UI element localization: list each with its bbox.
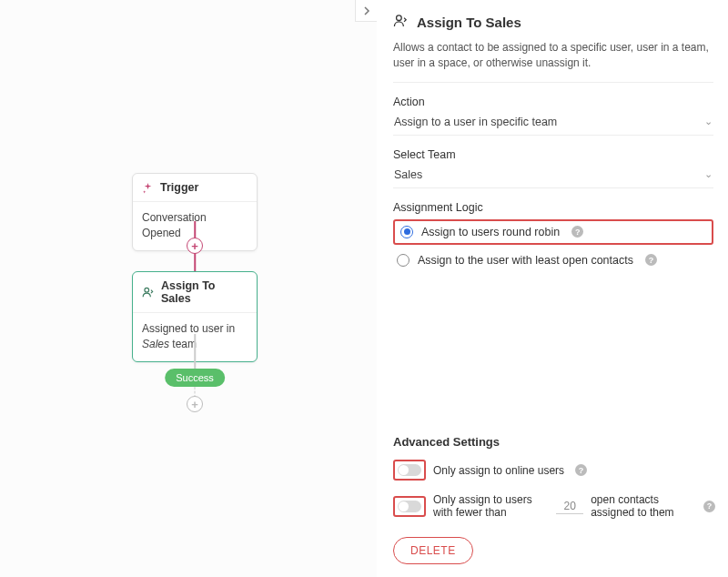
help-icon[interactable]: ? — [703, 501, 715, 512]
sparkle-icon — [142, 182, 154, 194]
radio-round-robin[interactable]: Assign to users round robin ? — [393, 219, 713, 245]
radio-round-robin-label: Assign to users round robin — [421, 226, 560, 238]
assignment-logic-label: Assignment Logic — [393, 201, 713, 214]
highlight-box — [393, 496, 426, 517]
add-step-button[interactable]: + — [187, 238, 203, 254]
connector — [194, 221, 196, 239]
advanced-title: Advanced Settings — [393, 435, 715, 449]
user-assign-icon — [142, 286, 155, 299]
panel-description: Allows a contact to be assigned to a spe… — [393, 40, 713, 83]
chevron-right-icon — [362, 4, 371, 18]
success-badge: Success — [165, 369, 225, 387]
collapse-panel-button[interactable] — [355, 0, 377, 22]
action-select[interactable]: Assign to a user in specific team ⌄ — [393, 114, 713, 136]
team-select[interactable]: Sales ⌄ — [393, 167, 713, 188]
radio-least-contacts[interactable]: Assign to the user with least open conta… — [393, 248, 713, 272]
delete-button[interactable]: DELETE — [393, 537, 473, 564]
connector — [194, 334, 196, 369]
toggle-online-users[interactable] — [398, 464, 421, 476]
toggle-fewer-suffix: open contacts assigned to them — [591, 493, 693, 519]
panel-title: Assign To Sales — [417, 15, 521, 30]
fewer-contacts-input[interactable] — [556, 499, 583, 514]
chevron-down-icon: ⌄ — [704, 168, 713, 180]
action-value: Assign to a user in specific team — [394, 116, 557, 128]
connector — [194, 253, 196, 271]
toggle-fewer-contacts[interactable] — [398, 501, 421, 512]
toggle-fewer-prefix: Only assign to users with fewer than — [433, 493, 549, 519]
radio-least-contacts-label: Assign to the user with least open conta… — [418, 254, 633, 267]
advanced-settings: Advanced Settings Only assign to online … — [393, 435, 715, 564]
node-trigger-title: Trigger — [160, 181, 198, 194]
help-icon[interactable]: ? — [645, 254, 657, 266]
team-value: Sales — [394, 168, 422, 181]
user-assign-icon — [393, 13, 409, 31]
toggle-online-users-label: Only assign to online users — [433, 464, 564, 477]
workflow-canvas[interactable]: Trigger Conversation Opened + Assign To … — [0, 0, 377, 577]
radio-indicator — [397, 254, 410, 267]
team-label: Select Team — [393, 148, 713, 161]
action-label: Action — [393, 96, 713, 108]
radio-indicator — [400, 226, 413, 238]
highlight-box — [393, 460, 426, 481]
chevron-down-icon: ⌄ — [704, 116, 713, 127]
svg-point-0 — [145, 288, 149, 292]
help-icon[interactable]: ? — [571, 226, 583, 238]
help-icon[interactable]: ? — [575, 464, 587, 476]
add-step-button-end[interactable]: + — [187, 396, 203, 412]
node-assign-title: Assign To Sales — [161, 279, 248, 305]
config-panel: Assign To Sales Allows a contact to be a… — [377, 0, 728, 577]
svg-point-1 — [397, 15, 402, 21]
